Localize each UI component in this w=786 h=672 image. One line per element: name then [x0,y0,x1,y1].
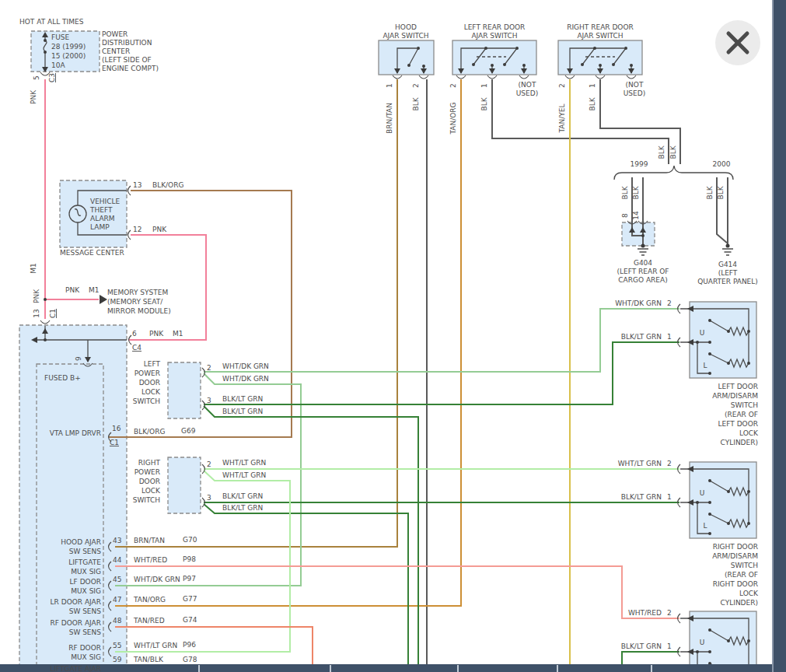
lpdl-title-3: DOOR [139,379,160,387]
vta-lamp-3: ALARM [90,215,115,222]
pnk-junction-dot [44,298,47,301]
row44-wire: WHT/RED [134,556,167,564]
right-door-arm-disarm-switch [680,462,756,538]
vta-wire: BLK/ORG [134,428,165,436]
left-ads-l: L [703,362,707,369]
hood-switch-title-1: HOOD [395,23,417,31]
hood-pin-2: 2 [412,83,420,88]
memory-system-3: MIRROR MODULE) [107,307,171,315]
right-rear-not-used-1: (NOT [626,81,644,89]
vta-lmp-drvr: VTA LMP DRVR [50,429,101,437]
module-pin-13: 13 [33,309,40,317]
rpdl-pin-3: 3 [207,494,211,502]
right-ads-label-7: CYLINDER) [721,599,758,607]
liftgate-ads-wire-1: BLK/LT GRN [621,642,662,650]
wire-blk-splice-left: BLK [658,145,665,159]
wire-wht-red [115,566,679,618]
left-rear-pin-1: 1 [480,83,488,88]
left-ads-label-7: CYLINDER) [721,439,758,446]
left-ads-wire-1: BLK/LT GRN [621,333,662,341]
row48-label-1: RF DOOR AJAR [50,619,101,627]
row44-label-1: LIFTGATE [68,558,101,566]
g404-splice-box [622,222,655,246]
row43-circuit: G70 [183,536,197,544]
left-ads-pin-2: 2 [667,299,672,307]
g404-loc-1: (LEFT REAR OF [617,268,669,275]
liftgate-ads-pin-2: 2 [667,609,672,617]
wire-pnk-mid: PNK [33,289,40,303]
fuse-rating: 10A [51,61,65,69]
row43-wire: BRN/TAN [134,537,165,544]
row47-circuit: G77 [183,595,197,603]
rpdl-title-1: RIGHT [138,459,161,467]
g404-pin-14: 14 [632,211,640,220]
rpdl-wire-2a: WHT/LT GRN [222,459,266,467]
fuse-1999: 28 (1999) [51,43,86,51]
row48-label-2: SW SENS [69,628,102,636]
pdc-line-5: ENGINE COMPT) [102,65,159,72]
vta-circuit: G69 [181,427,196,435]
left-rear-not-used-2: USED) [516,89,538,97]
left-ads-wire-2: WHT/DK GRN [615,299,662,307]
wire-brn-tan: BRN/TAN [386,103,393,134]
lpdl-pin-2: 2 [207,364,211,372]
right-edge-bar [772,0,786,672]
year-1999: 1999 [631,160,648,168]
liftgate-ads-wire-2: WHT/RED [628,609,662,617]
row48-circuit: G74 [183,616,197,624]
module-pin-9: 9 [75,356,82,361]
rpdl-pin-2: 2 [207,460,211,468]
liftgate-arm-disarm-switch [680,611,756,672]
g404-pin-8: 8 [621,213,629,218]
row55-wire: WHT/LT GRN [134,642,177,649]
vta-lamp-1: VEHICLE [90,198,121,205]
mem-wire-m1: M1 [89,286,100,294]
pin6-wire-m1: M1 [173,330,183,338]
left-ads-u: U [700,329,705,337]
memory-system-2: (MEMORY SEAT/ [107,298,163,306]
row47-label-1: LR DOOR AJAR [51,598,101,606]
right-ads-wire-1: BLK/LT GRN [621,493,662,501]
rpdl-wire-3a: BLK/LT GRN [222,492,263,500]
close-button[interactable] [715,20,760,65]
rpdl-title-4: LOCK [141,487,161,495]
fuse-conn-c3: C3 [48,73,56,82]
right-ads-label-3: SWITCH [731,562,758,569]
mc-pin-13: 13 [133,181,141,189]
wire-blk-lt-grn [204,342,679,664]
rpdl-wire-2b: WHT/LT GRN [222,471,266,479]
wire-tan-org [115,79,461,606]
right-ads-label-2: ARM/DISARM [712,552,758,560]
right-rear-pin-1: 1 [589,83,596,88]
right-rear-title-1: RIGHT REAR DOOR [567,23,634,31]
vta-lamp-2: THEFT [89,206,113,214]
lpdl-title-1: LEFT [144,360,161,368]
left-ads-label-6: LOCK [739,429,759,437]
message-center: MESSAGE CENTER [60,249,124,257]
row55-circuit: P96 [183,641,196,649]
lpdl-wire-3b: BLK/LT GRN [222,408,263,415]
memory-system-1: MEMORY SYSTEM [107,289,168,296]
hot-at-all-times: HOT AT ALL TIMES [19,18,84,26]
row45-wire: WHT/DK GRN [134,576,180,583]
row47-wire: TAN/ORG [133,596,166,604]
g414-ground-icon [722,244,733,256]
wire-tan-org: TAN/ORG [449,102,457,135]
left-rear-not-used-1: (NOT [519,81,536,89]
right-rear-not-used-2: USED) [624,89,645,97]
right-ads-pin-2: 2 [667,460,672,467]
lpdl-wire-2b: WHT/DK GRN [222,375,269,383]
right-edge-highlight [772,0,774,672]
right-ads-label-6: LOCK [739,590,759,597]
right-ads-pin-1: 1 [667,493,672,501]
wire-m1-left: M1 [30,263,37,274]
left-ads-label-2: ARM/DISARM [712,392,758,400]
wire-tan-yel: TAN/YEL [558,104,566,134]
rpdl-title-3: DOOR [139,478,160,485]
vta-conn-c1: C1 [110,439,119,446]
vta-lamp-4: LAMP [90,223,110,231]
left-ads-label-1: LEFT DOOR [718,383,758,390]
g414-wire-blk-2: BLK [717,185,725,199]
memory-system-arrow [100,295,107,304]
right-ads-u: U [700,489,705,497]
